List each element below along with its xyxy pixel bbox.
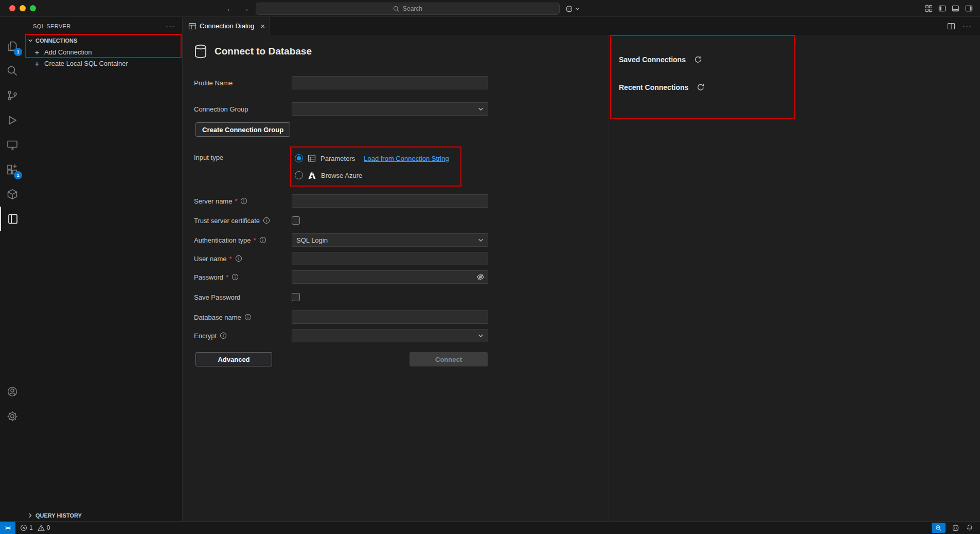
search-icon: [6, 65, 19, 77]
sidebar: SQL SERVER ··· CONNECTIONS + Add Connect…: [25, 17, 183, 521]
database-icon: [193, 44, 208, 59]
connections-section-header[interactable]: CONNECTIONS: [25, 35, 182, 46]
database-name-label: Database name: [194, 314, 241, 321]
minimize-window-button[interactable]: [20, 5, 26, 11]
input-type-parameters-option: Parameters Load from Connection String: [295, 153, 449, 164]
history-nav: ← →: [224, 0, 251, 17]
window-controls: [9, 5, 36, 11]
profile-name-label: Profile Name: [194, 79, 233, 87]
trust-server-certificate-checkbox[interactable]: [292, 216, 300, 225]
save-password-checkbox[interactable]: [292, 293, 300, 301]
toggle-panel-button[interactable]: [952, 5, 959, 12]
load-from-connection-string-link[interactable]: Load from Connection String: [364, 155, 449, 162]
command-center-search[interactable]: Search: [256, 3, 560, 15]
notifications-bell-button[interactable]: [966, 524, 974, 532]
tree-item-create-local-sql-container[interactable]: + Create Local SQL Container: [25, 58, 182, 69]
authentication-type-value: SQL Login: [296, 236, 328, 244]
required-marker: *: [235, 197, 237, 205]
browse-azure-radio[interactable]: [295, 171, 303, 179]
recent-connections-header: Recent Connections: [619, 83, 705, 91]
toggle-secondary-sidebar-button[interactable]: [965, 5, 973, 12]
tab-connection-dialog[interactable]: Connection Dialog ×: [183, 17, 270, 35]
tab-label: Connection Dialog: [200, 22, 257, 30]
maximize-window-button[interactable]: [30, 5, 36, 11]
copilot-icon: [951, 524, 960, 532]
sidebar-item-search[interactable]: [0, 59, 25, 83]
sidebar-item-run-debug[interactable]: [0, 108, 25, 133]
sidebar-item-settings[interactable]: [0, 404, 25, 429]
connection-group-select[interactable]: [292, 102, 488, 116]
remote-indicator[interactable]: ><: [0, 522, 15, 534]
field-connection-group: Connection Group: [194, 102, 488, 116]
sidebar-item-explorer[interactable]: 1: [0, 34, 25, 59]
connect-button[interactable]: Connect: [409, 352, 488, 366]
warning-icon: [38, 524, 45, 531]
problems-indicator[interactable]: 1 0: [20, 524, 52, 531]
run-debug-icon: [6, 114, 19, 126]
plus-icon: +: [33, 48, 41, 57]
field-input-type: Input type: [194, 152, 292, 163]
database-name-input[interactable]: [292, 310, 488, 324]
chevron-down-icon: [26, 36, 34, 45]
webview-divider: [609, 35, 609, 521]
info-icon: [235, 255, 242, 262]
parameters-radio[interactable]: [295, 154, 303, 162]
tree-item-label: Create Local SQL Container: [44, 60, 128, 67]
gear-icon: [6, 410, 19, 422]
split-editor-icon[interactable]: [947, 22, 955, 30]
encrypt-select[interactable]: [292, 329, 488, 342]
server-name-input[interactable]: [292, 194, 488, 208]
connection-group-label: Connection Group: [194, 105, 248, 113]
profile-name-input[interactable]: [292, 76, 488, 89]
trust-server-certificate-label: Trust server certificate: [194, 217, 260, 225]
plus-icon: +: [33, 59, 41, 68]
create-connection-group-button[interactable]: Create Connection Group: [195, 122, 290, 137]
eye-off-icon[interactable]: [476, 273, 485, 281]
server-name-label: Server name: [194, 197, 232, 205]
sidebar-item-sql-server[interactable]: [0, 207, 25, 231]
customize-layout-button[interactable]: [925, 5, 933, 12]
refresh-recent-connections-button[interactable]: [697, 83, 705, 91]
advanced-button[interactable]: Advanced: [195, 352, 272, 366]
info-icon: [231, 273, 239, 281]
authentication-type-select[interactable]: SQL Login: [292, 233, 488, 247]
tab-strip-empty: [270, 17, 947, 35]
page-title: Connect to Database: [215, 46, 312, 57]
zoom-indicator[interactable]: [932, 523, 946, 533]
sidebar-item-accounts[interactable]: [0, 379, 25, 404]
chevron-down-icon: [478, 106, 484, 112]
layout-grid-icon: [925, 5, 933, 12]
activity-bar: 1 1: [0, 17, 25, 521]
refresh-saved-connections-button[interactable]: [694, 56, 702, 64]
sidebar-item-extensions[interactable]: 1: [0, 157, 25, 182]
sql-server-icon: [7, 213, 19, 225]
field-encrypt: Encrypt: [194, 329, 488, 342]
info-icon: [220, 332, 227, 339]
tree-item-add-connection[interactable]: + Add Connection: [25, 46, 182, 58]
monitor-icon: [6, 139, 19, 151]
field-authentication-type: Authentication type * SQL Login: [194, 233, 488, 247]
user-name-label: User name: [194, 255, 227, 263]
package-icon: [6, 188, 19, 200]
copilot-menu-button[interactable]: [565, 3, 580, 15]
copilot-status-item[interactable]: [951, 524, 960, 532]
sidebar-more-actions-button[interactable]: ···: [166, 22, 175, 30]
chevron-down-icon: [478, 237, 484, 243]
back-button[interactable]: ←: [224, 4, 236, 13]
password-input[interactable]: [292, 270, 488, 284]
search-placeholder: Search: [403, 5, 422, 12]
browse-azure-radio-label: Browse Azure: [321, 172, 362, 179]
sidebar-item-source-control[interactable]: [0, 83, 25, 108]
editor-more-actions-button[interactable]: ···: [963, 22, 972, 30]
close-window-button[interactable]: [9, 5, 15, 11]
toggle-primary-sidebar-button[interactable]: [938, 5, 946, 12]
zoom-in-icon: [935, 525, 942, 531]
connection-dialog-tab-icon: [188, 22, 197, 30]
close-tab-button[interactable]: ×: [260, 22, 265, 30]
sidebar-item-remote-explorer[interactable]: [0, 133, 25, 157]
forward-button[interactable]: →: [240, 4, 251, 13]
user-name-input[interactable]: [292, 252, 488, 265]
sidebar-item-database-projects[interactable]: [0, 182, 25, 207]
query-history-section-header[interactable]: QUERY HISTORY: [25, 509, 182, 521]
authentication-type-label: Authentication type: [194, 236, 251, 244]
